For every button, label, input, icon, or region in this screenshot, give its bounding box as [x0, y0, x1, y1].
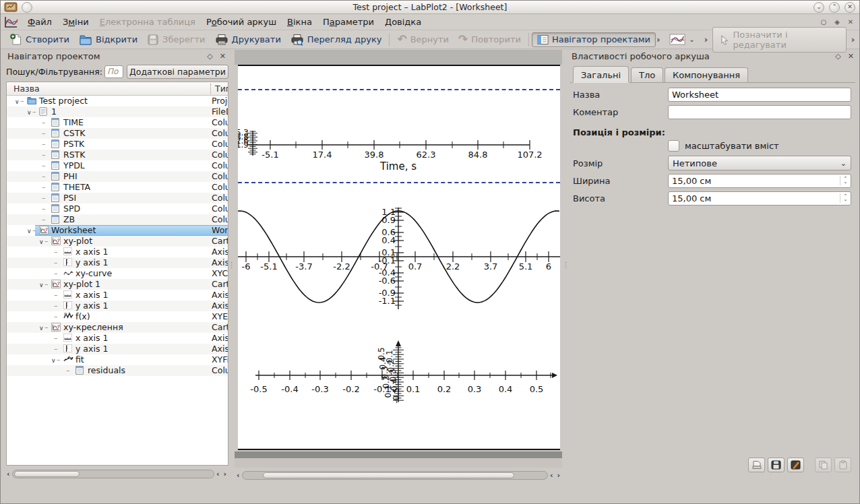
- dock-float-icon[interactable]: ◇: [835, 52, 840, 61]
- curve-style-button[interactable]: ⌄: [665, 32, 699, 46]
- explorer-hscrollbar[interactable]: ‹ ‹ ›: [5, 468, 228, 479]
- worksheet-hscrollbar[interactable]: ‹ ‹ ›: [235, 470, 562, 480]
- scroll-right-icon[interactable]: ›: [221, 470, 228, 478]
- worksheet-page[interactable]: -5.117.439.862.384.8107.2Time, s5.3-18.8…: [238, 65, 560, 450]
- expander-chevron-icon[interactable]: ∨: [39, 280, 44, 290]
- print-button[interactable]: Друкувати: [210, 32, 286, 47]
- expander-chevron-icon[interactable]: ∨: [15, 96, 20, 107]
- tree-row[interactable]: –SPDColu: [7, 203, 228, 214]
- name-input[interactable]: [668, 88, 851, 102]
- tree-row[interactable]: –CSTKColu: [7, 128, 228, 139]
- scroll-left-icon[interactable]: ‹: [235, 471, 242, 480]
- scroll-left-icon[interactable]: ‹: [214, 470, 222, 478]
- column-header-type[interactable]: Тип: [210, 84, 228, 94]
- expander-chevron-icon[interactable]: ∨: [39, 237, 44, 247]
- minimize-button[interactable]: ⌄: [813, 2, 824, 13]
- window-menu-icon[interactable]: [4, 2, 18, 12]
- copy-button[interactable]: [815, 458, 832, 472]
- tree-row[interactable]: ∨–xy-кресленняCarte: [7, 322, 228, 333]
- toolbar-overflow-icon[interactable]: ›: [656, 34, 661, 44]
- expander-chevron-icon[interactable]: ∨: [27, 226, 32, 237]
- tick-label: 0.5: [530, 384, 544, 394]
- titlebar-extra-button[interactable]: [22, 2, 32, 13]
- scroll-left-icon[interactable]: ‹: [5, 470, 12, 478]
- tree-row[interactable]: ∨–xy-plot 1Carte: [7, 279, 228, 290]
- tree-row[interactable]: –YPDLColu: [7, 160, 228, 171]
- dock-close-icon[interactable]: ✕: [848, 52, 854, 61]
- column-header-name[interactable]: Назва: [13, 84, 40, 94]
- tree-row[interactable]: –x axis 1Axis: [7, 290, 228, 301]
- tab-layout[interactable]: Компонування: [665, 67, 748, 82]
- open-button[interactable]: Відкрити: [74, 32, 142, 47]
- tree-row[interactable]: –ZBColu: [7, 214, 228, 225]
- menu-item[interactable]: Параметри: [317, 15, 379, 28]
- tree-row[interactable]: ∨–xy-plotCarte: [7, 236, 228, 247]
- menu-item[interactable]: Файл: [22, 15, 57, 28]
- scroll-thumb[interactable]: [263, 472, 514, 478]
- paste-button[interactable]: [834, 458, 851, 472]
- tree-row[interactable]: –THETAColu: [7, 182, 228, 193]
- mdi-close-icon[interactable]: ✕: [846, 18, 855, 27]
- tree-row[interactable]: –RSTKColu: [7, 150, 228, 160]
- spin-down-icon[interactable]: ⌄: [844, 181, 848, 184]
- tree-row[interactable]: ∨–WorksheetWork: [7, 225, 228, 236]
- tab-background[interactable]: Тло: [631, 67, 663, 82]
- tree-row[interactable]: ∨–Test projectProje: [7, 96, 228, 106]
- scale-content-checkbox[interactable]: [668, 140, 679, 152]
- mdi-minimize-icon[interactable]: ○: [819, 18, 828, 27]
- scroll-track[interactable]: [242, 471, 548, 480]
- more-options-button[interactable]: Додаткові параметри: [127, 65, 228, 79]
- tree-row[interactable]: –PSTKColu: [7, 139, 228, 150]
- tree-row[interactable]: –f(x)XYEq: [7, 311, 228, 322]
- filter-input[interactable]: [104, 65, 123, 78]
- new-button[interactable]: Створити: [5, 32, 74, 47]
- undo-button[interactable]: ↶ Вернути: [392, 32, 454, 46]
- mdi-restore-icon[interactable]: ◈: [832, 18, 842, 27]
- load-template-button[interactable]: [748, 458, 765, 472]
- spin-down-icon[interactable]: ⌄: [844, 198, 848, 201]
- maximize-button[interactable]: ⌃: [829, 2, 840, 13]
- menu-item[interactable]: Електронна таблиця: [94, 15, 201, 28]
- menu-item[interactable]: Робочий аркуш: [201, 15, 282, 28]
- tree-row[interactable]: ∨–fitXYFit: [7, 354, 228, 365]
- tab-general[interactable]: Загальні: [573, 66, 629, 82]
- scroll-right-icon[interactable]: ›: [555, 471, 562, 480]
- size-combobox[interactable]: Нетипове ⌄: [668, 156, 851, 170]
- save-template-button[interactable]: [768, 458, 785, 472]
- tree-row[interactable]: –TIMEColu: [7, 117, 228, 128]
- scroll-thumb[interactable]: [14, 471, 80, 477]
- toolbar-overflow-icon[interactable]: ›: [851, 34, 855, 44]
- menu-item[interactable]: Зміни: [57, 15, 94, 28]
- tree-header[interactable]: Назва Тип: [7, 82, 228, 96]
- scroll-left-icon[interactable]: ‹: [548, 471, 555, 480]
- tree-row[interactable]: –y axis 1Axis: [7, 344, 228, 354]
- close-button[interactable]: ✕: [844, 2, 855, 13]
- dock-float-icon[interactable]: ◇: [207, 52, 212, 61]
- width-spinbox[interactable]: 15,00 см ⌃⌄: [668, 174, 851, 188]
- tree-row[interactable]: ∨–1FileD: [7, 106, 228, 117]
- save-button[interactable]: Зберегти: [142, 32, 210, 47]
- expander-chevron-icon[interactable]: ∨: [27, 107, 32, 118]
- height-spinbox[interactable]: 15,00 см ⌃⌄: [668, 191, 851, 206]
- tree-row[interactable]: –y axis 1Axis: [7, 257, 228, 268]
- print-preview-button[interactable]: Перегляд друку: [286, 32, 387, 47]
- expander-chevron-icon[interactable]: ∨: [51, 355, 56, 366]
- tree-row[interactable]: –PSIColu: [7, 193, 228, 203]
- tree-row[interactable]: –y axis 1Axis: [7, 301, 228, 311]
- tree-row[interactable]: –x axis 1Axis: [7, 333, 228, 344]
- tree-row[interactable]: –PHIColu: [7, 171, 228, 182]
- tree-row[interactable]: –xy-curveXYCu: [7, 268, 228, 279]
- edit-default-button[interactable]: [787, 458, 804, 472]
- project-explorer-toggle-button[interactable]: Навігатор проектами: [532, 32, 656, 47]
- dock-close-icon[interactable]: ✕: [220, 52, 226, 61]
- select-and-edit-button[interactable]: Позначити і редагувати: [712, 27, 847, 53]
- redo-button[interactable]: ↷ Повторити: [454, 32, 526, 46]
- menu-item[interactable]: Довідка: [379, 15, 427, 28]
- menu-item[interactable]: Вікна: [282, 15, 317, 28]
- scroll-track[interactable]: [12, 470, 214, 478]
- tree-row[interactable]: –residualsColu: [7, 365, 228, 376]
- comment-input[interactable]: [668, 105, 851, 119]
- tree-row[interactable]: –x axis 1Axis: [7, 247, 228, 257]
- toolbar-overflow-icon[interactable]: ›: [704, 34, 708, 44]
- expander-chevron-icon[interactable]: ∨: [39, 323, 44, 334]
